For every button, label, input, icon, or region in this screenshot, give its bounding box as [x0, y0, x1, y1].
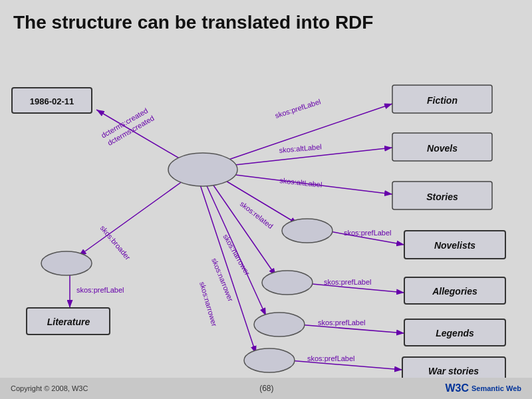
war-stories-label: War stories [428, 366, 479, 376]
edge-prefLabel1-label: skos:prefLabel [274, 97, 322, 120]
central-node [168, 153, 237, 186]
footer: Copyright © 2008, W3C (68) W3C Semantic … [0, 378, 532, 399]
edge-related-label: skos:related [239, 200, 275, 230]
legends-label: Legends [436, 328, 474, 338]
broader-node [41, 251, 92, 275]
edge-prefLabel-war-label: skos:prefLabel [307, 354, 355, 362]
novels-label: Novels [427, 143, 458, 154]
svg-line-3 [223, 104, 392, 162]
literature-label: Literature [47, 317, 90, 327]
edge-altLabel1-label: skos:altLabel [279, 142, 322, 154]
narrower-node-3 [244, 348, 295, 372]
edge-prefLabel-leg-label: skos:prefLabel [318, 319, 366, 327]
narrower-node-1 [262, 271, 313, 295]
diagram: dcterms:created dcterms:created skos:bro… [0, 40, 532, 379]
edge-prefLabel-all-label: skos:prefLabel [324, 278, 372, 286]
logos: W3C Semantic Web [445, 382, 521, 394]
edge-narrower1-label: skos:narrower [221, 233, 251, 277]
edge-prefLabel-lit-label: skos:prefLabel [76, 286, 124, 294]
semantic-web-logo: Semantic Web [471, 384, 521, 392]
fiction-label: Fiction [427, 95, 458, 106]
edge-altLabel2-label: skos:altLabel [279, 176, 323, 189]
w3c-logo: W3C [445, 382, 469, 394]
related-node [282, 219, 332, 243]
copyright: Copyright © 2008, W3C [11, 384, 88, 392]
narrower-node-2 [254, 313, 305, 336]
edge-narrower3-label: skos:narrower [198, 281, 219, 327]
allegories-label: Allegories [432, 286, 477, 297]
novelists-label: Novelists [434, 240, 475, 251]
svg-line-2 [78, 180, 185, 256]
stories-label: Stories [426, 192, 458, 202]
page-number: (68) [259, 384, 273, 393]
page-title: The structure can be translated into RDF [0, 0, 532, 39]
edge-prefLabel-nov-label: skos:prefLabel [344, 229, 392, 237]
date-label: 1986-02-11 [30, 96, 74, 106]
